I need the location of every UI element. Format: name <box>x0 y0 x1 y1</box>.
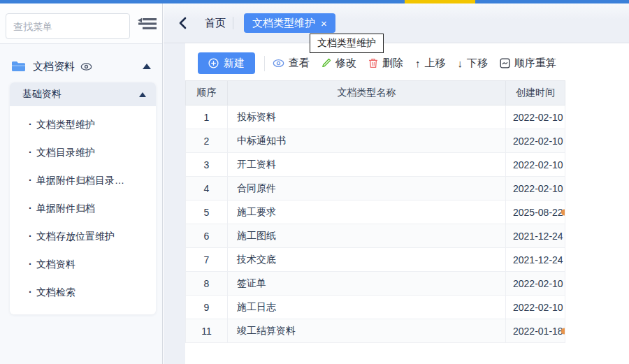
sidebar-group-basic-data[interactable]: 基础资料 <box>10 82 156 106</box>
sidebar-item-doc-type-maintenance[interactable]: 文档类型维护 <box>10 110 156 138</box>
cell-created: 2025-08-22 <box>506 201 565 224</box>
sidebar-item-doc-search[interactable]: 文档检索 <box>10 278 156 306</box>
sidebar-item-doc-location-maintenance[interactable]: 文档存放位置维护 <box>10 222 156 250</box>
menu-fold-icon[interactable] <box>137 17 158 31</box>
cell-order: 9 <box>186 296 228 319</box>
table-row[interactable]: 5 施工要求 2025-08-22 <box>186 201 565 224</box>
delete-button-label: 删除 <box>382 57 403 70</box>
content-panel: 新建 查看 修改 <box>185 43 629 364</box>
sidebar-item-doc-directory-maintenance[interactable]: 文档目录维护 <box>10 138 156 166</box>
cell-created: 2022-02-10 <box>506 296 565 319</box>
cell-name: 合同原件 <box>228 177 506 201</box>
view-button-label: 查看 <box>289 57 310 70</box>
view-button[interactable]: 查看 <box>273 57 310 70</box>
new-button[interactable]: 新建 <box>198 52 255 74</box>
cell-created: 2022-02-10 <box>506 129 565 153</box>
cell-name: 投标资料 <box>228 105 506 129</box>
cell-created: 2022-01-18 <box>506 319 565 343</box>
eye-icon <box>273 59 284 68</box>
cell-created: 2021-12-24 <box>506 248 565 272</box>
cell-order: 7 <box>186 248 228 272</box>
pencil-icon <box>321 58 331 68</box>
sidebar-item-receipt-attachment-archive[interactable]: 单据附件归档 <box>10 194 156 222</box>
cell-created: 2022-02-10 <box>506 177 565 201</box>
cell-name: 中标通知书 <box>228 129 506 153</box>
chevron-left-icon[interactable] <box>179 17 187 29</box>
cell-name: 施工图纸 <box>228 224 506 248</box>
cell-created: 2022-02-10 <box>506 105 565 129</box>
recalc-icon <box>500 58 510 68</box>
group-label: 基础资料 <box>22 88 62 101</box>
column-header-name: 文档类型名称 <box>228 81 506 105</box>
tab-tooltip: 文档类型维护 <box>310 34 384 53</box>
tab-doc-type-maintenance[interactable]: 文档类型维护 × <box>244 13 335 33</box>
group-collapse-caret-icon[interactable] <box>139 92 146 97</box>
collapse-caret-icon[interactable] <box>143 64 151 69</box>
sidebar-item-document-data[interactable]: 文档资料 <box>0 54 162 78</box>
cell-order: 11 <box>186 319 228 343</box>
table-row[interactable]: 6 施工图纸 2021-12-24 <box>186 224 565 248</box>
cell-created: 2022-02-10 <box>506 153 565 177</box>
cell-name: 开工资料 <box>228 153 506 177</box>
row-update-marker <box>561 328 565 334</box>
sidebar-search-area <box>0 3 162 44</box>
sidebar-item-receipt-attachment-directory[interactable]: 单据附件归档目录… <box>10 166 156 194</box>
cell-name: 签证单 <box>228 272 506 296</box>
recalc-order-button[interactable]: 顺序重算 <box>500 57 556 70</box>
cell-order: 2 <box>186 129 228 153</box>
tab-home[interactable]: 首页 <box>205 17 226 30</box>
cell-name: 竣工结算资料 <box>228 319 506 343</box>
cell-order: 4 <box>186 177 228 201</box>
table-row[interactable]: 2 中标通知书 2022-02-10 <box>186 129 565 153</box>
new-button-label: 新建 <box>224 57 245 70</box>
toolbar: 新建 查看 修改 <box>198 52 629 74</box>
table-row[interactable]: 8 签证单 2022-02-10 <box>186 272 565 296</box>
cell-created: 2021-12-24 <box>506 224 565 248</box>
main-area: 首页 文档类型维护 × 文档类型维护 新建 <box>164 3 629 364</box>
plus-circle-icon <box>208 58 219 68</box>
move-up-button[interactable]: ↑ 上移 <box>415 57 446 70</box>
cell-created: 2022-02-10 <box>506 272 565 296</box>
menu-search-input[interactable] <box>6 13 130 39</box>
sidebar-menu: 文档类型维护 文档目录维护 单据附件归档目录… 单据附件归档 文档存放位置维护 … <box>10 106 156 314</box>
table-row[interactable]: 4 合同原件 2022-02-10 <box>186 177 565 201</box>
recalc-order-label: 顺序重算 <box>514 57 556 70</box>
move-up-label: 上移 <box>425 57 446 70</box>
doc-type-table: 顺序 文档类型名称 创建时间 1 投标资料 2022-02-10 2 中标通知书… <box>185 80 565 343</box>
cell-name: 施工日志 <box>228 296 506 319</box>
table-row[interactable]: 11 竣工结算资料 2022-01-18 <box>186 319 565 343</box>
sidebar-root-label: 文档资料 <box>33 60 75 73</box>
eye-icon[interactable] <box>80 62 92 71</box>
row-update-marker <box>561 209 565 215</box>
table-row[interactable]: 9 施工日志 2022-02-10 <box>186 296 565 319</box>
cell-name: 技术交底 <box>228 248 506 272</box>
toolbar-separator <box>264 56 265 71</box>
column-header-created: 创建时间 <box>506 81 565 105</box>
move-down-label: 下移 <box>467 57 488 70</box>
cell-order: 3 <box>186 153 228 177</box>
table-header-row: 顺序 文档类型名称 创建时间 <box>186 81 565 105</box>
delete-button[interactable]: 删除 <box>368 57 403 70</box>
column-header-order: 顺序 <box>186 81 228 105</box>
cell-order: 5 <box>186 201 228 224</box>
cell-order: 6 <box>186 224 228 248</box>
arrow-up-icon: ↑ <box>415 57 421 69</box>
folder-icon <box>11 61 26 72</box>
table-row[interactable]: 1 投标资料 2022-02-10 <box>186 105 565 129</box>
move-down-button[interactable]: ↓ 下移 <box>458 57 489 70</box>
tab-separator <box>233 17 233 29</box>
cell-name: 施工要求 <box>228 201 506 224</box>
close-icon[interactable]: × <box>321 18 327 29</box>
edit-button-label: 修改 <box>335 57 356 70</box>
sidebar-group-panel: 基础资料 文档类型维护 文档目录维护 单据附件归档目录… 单据附件归档 文档存放… <box>10 82 156 314</box>
arrow-down-icon: ↓ <box>458 57 463 69</box>
table-row[interactable]: 7 技术交底 2021-12-24 <box>186 248 565 272</box>
table-row[interactable]: 3 开工资料 2022-02-10 <box>186 153 565 177</box>
cell-order: 1 <box>186 105 228 129</box>
active-tab-label: 文档类型维护 <box>252 17 315 30</box>
cell-order: 8 <box>186 272 228 296</box>
edit-button[interactable]: 修改 <box>321 57 356 70</box>
sidebar-item-doc-data[interactable]: 文档资料 <box>10 250 156 278</box>
sidebar: 文档资料 基础资料 文档类型维护 文档目录维护 单据附件归档目录… 单据附件归档… <box>0 3 163 364</box>
tab-strip: 首页 文档类型维护 × <box>164 3 629 43</box>
